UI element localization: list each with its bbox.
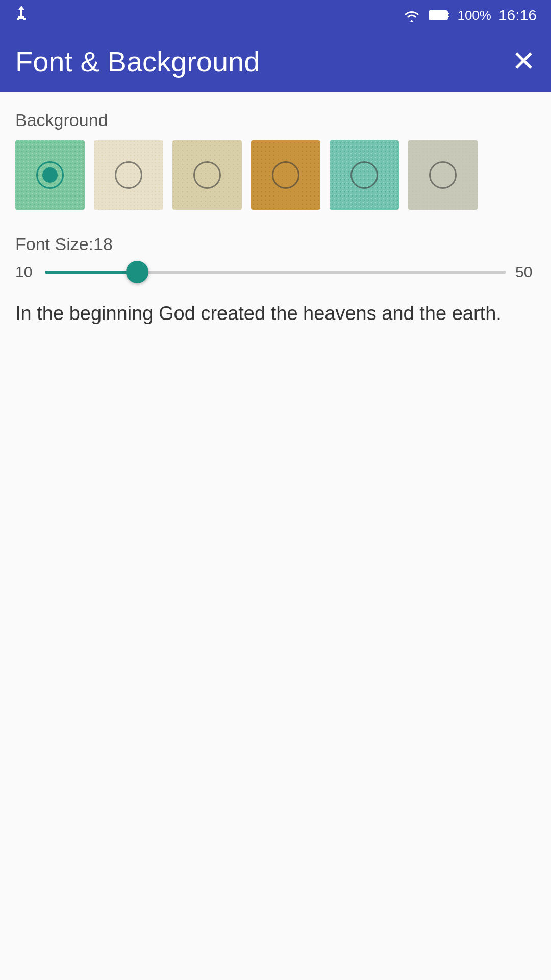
- slider-fill: [45, 271, 137, 274]
- bg-swatch-4[interactable]: [330, 140, 399, 210]
- bg-swatch-0[interactable]: [15, 140, 85, 210]
- close-button[interactable]: ✕: [512, 47, 536, 76]
- bg-swatch-2[interactable]: [172, 140, 242, 210]
- radio-3: [272, 161, 299, 189]
- radio-0: [36, 161, 64, 189]
- radio-5: [429, 161, 457, 189]
- slider-thumb[interactable]: [126, 261, 148, 283]
- header: Font & Background ✕: [0, 31, 551, 92]
- battery-icon: [429, 9, 450, 21]
- bg-swatch-5[interactable]: [408, 140, 478, 210]
- slider-container: 10 50: [15, 263, 536, 281]
- background-section: Background: [15, 110, 536, 210]
- status-bar: 100% 16:16: [0, 0, 551, 31]
- radio-inner-0: [42, 167, 58, 183]
- status-bar-right: 100% 16:16: [402, 7, 537, 24]
- slider-max: 50: [515, 263, 536, 281]
- slider-min: 10: [15, 263, 36, 281]
- radio-4: [350, 161, 378, 189]
- usb-icon: [14, 5, 29, 27]
- radio-2: [193, 161, 221, 189]
- content-area: Background: [0, 92, 551, 980]
- font-size-slider[interactable]: [45, 271, 506, 274]
- preview-text: In the beginning God created the heavens…: [15, 299, 536, 328]
- svg-rect-1: [430, 11, 447, 19]
- bg-swatch-3[interactable]: [251, 140, 320, 210]
- background-label: Background: [15, 110, 536, 130]
- font-size-label: Font Size:18: [15, 234, 536, 254]
- wifi-icon: [402, 8, 421, 23]
- page-title: Font & Background: [15, 45, 260, 78]
- status-time: 16:16: [498, 7, 537, 24]
- background-options: [15, 140, 536, 210]
- bg-swatch-1[interactable]: [94, 140, 163, 210]
- font-size-section: Font Size:18 10 50: [15, 234, 536, 281]
- battery-percent: 100%: [457, 8, 491, 23]
- radio-1: [115, 161, 142, 189]
